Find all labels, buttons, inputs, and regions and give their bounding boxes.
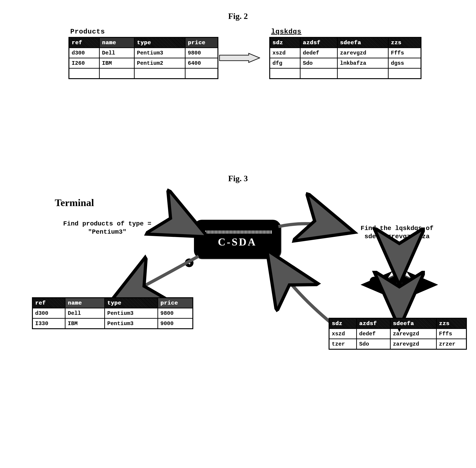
col-h1: azdsf xyxy=(300,37,338,48)
table-row: dfg Sdo lnkbafza dgss xyxy=(270,58,421,68)
col-price: price xyxy=(158,298,193,308)
marker-2: 2 xyxy=(370,277,378,285)
dbms-node: DBMS xyxy=(374,272,424,297)
cell: Pentium3 xyxy=(105,308,158,319)
table-row: xszd dedef zarevgzd Fffs xyxy=(270,48,421,58)
col-ref: ref xyxy=(32,298,65,308)
cell: I330 xyxy=(32,319,65,329)
col-ref: ref xyxy=(69,37,99,48)
col-type: type xyxy=(134,37,185,48)
cell: zarevgzd xyxy=(338,48,388,58)
table-header-row: ref name type price xyxy=(69,37,218,48)
cell: 9800 xyxy=(158,308,193,319)
cell: Sdo xyxy=(300,58,338,68)
cell: Fffs xyxy=(436,329,466,339)
figure-3-container: Terminal Find products of type = "Pentiu… xyxy=(9,197,467,402)
fig2-right-block: lqskdqs sdz azdsf sdeefa zzs xszd dedef … xyxy=(269,28,421,79)
csda-pattern-icon xyxy=(203,231,272,234)
cell: Dell xyxy=(99,48,134,58)
terminal-heading: Terminal xyxy=(55,197,94,209)
marker-4: 4 xyxy=(185,259,194,267)
cell: I260 xyxy=(69,58,99,68)
cell: 6400 xyxy=(185,58,218,68)
col-h1: azdsf xyxy=(357,318,390,329)
cell: zarevgzd xyxy=(390,329,436,339)
table-row-empty xyxy=(69,68,218,79)
cell: xszd xyxy=(270,48,300,58)
cell: IBM xyxy=(65,319,105,329)
cell: xszd xyxy=(329,329,357,339)
table-row: xszd dedef zarevgzd Fffs xyxy=(329,329,466,339)
fig3-left-table: ref name type price d300 Dell Pentium3 9… xyxy=(32,297,193,329)
figure-2-label: Fig. 2 xyxy=(9,11,467,21)
csda-node: C-SDA xyxy=(194,220,281,259)
fig2-right-table: sdz azdsf sdeefa zzs xszd dedef zarevgzd… xyxy=(269,37,421,79)
fig3-right-table: sdz azdsf sdeefa zzs xszd dedef zarevgzd… xyxy=(329,318,467,350)
table-header-row: sdz azdsf sdeefa zzs xyxy=(329,318,466,329)
left-query-text: Find products of type = "Pentium3" xyxy=(43,220,171,236)
table-header-row: ref name type price xyxy=(32,298,193,308)
right-query-text: Find the lqskdqs of sdeefa=revgzd""za xyxy=(338,224,456,241)
cell: Pentium3 xyxy=(134,48,185,58)
col-price: price xyxy=(185,37,218,48)
table-header-row: sdz azdsf sdeefa zzs xyxy=(270,37,421,48)
figure-3-label: Fig. 3 xyxy=(9,174,467,183)
table-row: d300 Dell Pentium3 9800 xyxy=(69,48,218,58)
col-name: name xyxy=(65,298,105,308)
cell: Pentium2 xyxy=(134,58,185,68)
cell: Fffs xyxy=(388,48,421,58)
csda-label: C-SDA xyxy=(218,236,257,248)
fig2-left-table: ref name type price d300 Dell Pentium3 9… xyxy=(68,37,218,79)
cell: zarevgzd xyxy=(390,339,436,350)
marker-1: 1 xyxy=(187,218,196,226)
dbms-label: DBMS xyxy=(374,272,424,297)
cell: Sdo xyxy=(357,339,390,350)
cell: tzer xyxy=(329,339,357,350)
cell: d300 xyxy=(32,308,65,319)
fig3-left-table-block: ref name type price d300 Dell Pentium3 9… xyxy=(32,297,193,329)
table-row-empty xyxy=(270,68,421,79)
col-h3: zzs xyxy=(388,37,421,48)
col-h3: zzs xyxy=(436,318,466,329)
fig3-right-table-block: sdz azdsf sdeefa zzs xszd dedef zarevgzd… xyxy=(329,318,467,350)
table-row: d300 Dell Pentium3 9800 xyxy=(32,308,193,319)
cell: dgss xyxy=(388,58,421,68)
col-h2: sdeefa xyxy=(390,318,436,329)
col-h2: sdeefa xyxy=(338,37,388,48)
figure-2-container: Products ref name type price d300 Dell P… xyxy=(9,28,467,142)
cell: 9800 xyxy=(185,48,218,58)
cell: dfg xyxy=(270,58,300,68)
cell: dedef xyxy=(300,48,338,58)
cell: d300 xyxy=(69,48,99,58)
col-type: type xyxy=(105,298,158,308)
table-row: I330 IBM Pentium3 9000 xyxy=(32,319,193,329)
cell: Pentium3 xyxy=(105,319,158,329)
fig2-right-title: lqskdqs xyxy=(271,28,421,36)
col-name: name xyxy=(99,37,134,48)
table-row: I260 IBM Pentium2 6400 xyxy=(69,58,218,68)
cell: Dell xyxy=(65,308,105,319)
cell: lnkbafza xyxy=(338,58,388,68)
col-h0: sdz xyxy=(270,37,300,48)
transform-arrow-icon xyxy=(219,53,260,63)
cell: dedef xyxy=(357,329,390,339)
table-row: tzer Sdo zarevgzd zrzer xyxy=(329,339,466,350)
col-h0: sdz xyxy=(329,318,357,329)
cell: 9000 xyxy=(158,319,193,329)
cell: zrzer xyxy=(436,339,466,350)
fig2-left-title: Products xyxy=(70,28,218,36)
cell: IBM xyxy=(99,58,134,68)
marker-3: 3 xyxy=(288,265,296,274)
fig2-left-block: Products ref name type price d300 Dell P… xyxy=(68,28,218,79)
